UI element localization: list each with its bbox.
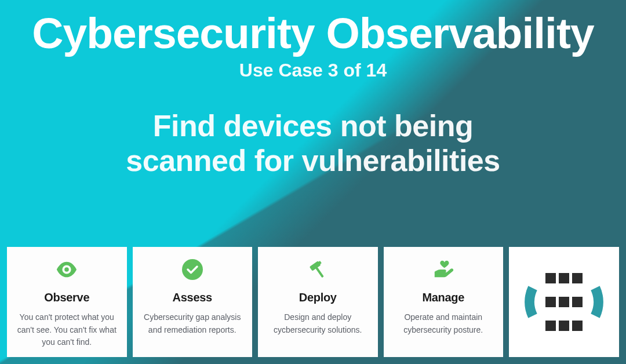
- hand-heart-icon: [432, 259, 454, 281]
- assess-card: Assess Cybersecurity gap analysis and re…: [133, 247, 253, 357]
- svg-rect-5: [559, 273, 569, 283]
- page-title: Cybersecurity Observability: [12, 10, 614, 56]
- svg-rect-11: [559, 321, 569, 331]
- heading-line-1: Find devices not being: [153, 109, 473, 143]
- svg-rect-12: [572, 321, 583, 331]
- page-subtitle: Use Case 3 of 14: [12, 60, 614, 81]
- deploy-desc: Design and deploy cycbersecurity solutio…: [266, 311, 370, 336]
- svg-rect-7: [545, 297, 556, 307]
- assess-desc: Cybersecurity gap analysis and remediati…: [141, 311, 245, 336]
- eye-icon: [56, 259, 78, 281]
- observe-card: Observe You can't protect what you can't…: [7, 247, 127, 357]
- manage-desc: Operate and maintain cybersecurity postu…: [392, 311, 496, 336]
- hammer-icon: [307, 259, 329, 281]
- svg-rect-10: [545, 321, 556, 331]
- brand-logo-icon: [523, 261, 605, 343]
- manage-card: Manage Operate and maintain cybersecurit…: [384, 247, 504, 357]
- check-circle-icon: [181, 259, 203, 281]
- feature-cards-row: Observe You can't protect what you can't…: [7, 247, 619, 357]
- svg-point-0: [182, 259, 203, 280]
- brand-logo-card: [509, 247, 619, 357]
- manage-title: Manage: [422, 291, 464, 304]
- svg-rect-9: [572, 297, 583, 307]
- observe-title: Observe: [44, 291, 89, 304]
- use-case-heading: Find devices not being scanned for vulne…: [12, 109, 614, 179]
- svg-rect-8: [559, 297, 569, 307]
- hero-section: Cybersecurity Observability Use Case 3 o…: [0, 0, 626, 195]
- deploy-card: Deploy Design and deploy cycbersecurity …: [258, 247, 378, 357]
- svg-rect-6: [572, 273, 583, 283]
- assess-title: Assess: [173, 291, 212, 304]
- heading-line-2: scanned for vulnerabilities: [126, 144, 500, 177]
- svg-rect-4: [545, 273, 556, 283]
- svg-rect-1: [315, 267, 324, 278]
- observe-desc: You can't protect what you can't see. Yo…: [15, 311, 119, 349]
- deploy-title: Deploy: [299, 291, 337, 304]
